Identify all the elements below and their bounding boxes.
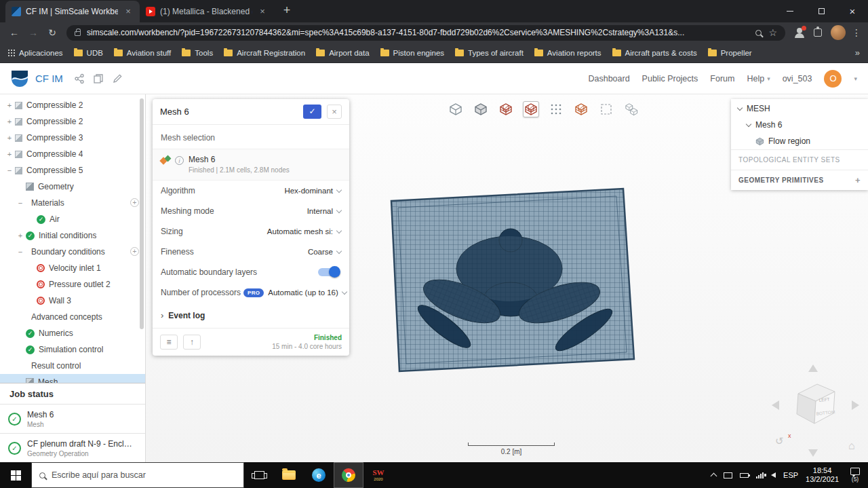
network-icon[interactable] xyxy=(756,472,764,478)
tree-item-pressure-outlet-2[interactable]: Pressure outlet 2 xyxy=(0,276,145,293)
tray-expand-icon[interactable] xyxy=(711,473,717,480)
bookmarks-overflow-icon[interactable] xyxy=(855,48,860,58)
mesh-pair-icon[interactable] xyxy=(623,101,639,117)
tree-item-compressible-2[interactable]: +Compressible 2 xyxy=(0,113,145,130)
taskbar-clock[interactable]: 18:54 13/2/2021 xyxy=(806,466,839,484)
orientation-cube[interactable]: LEFT BOTTOM xyxy=(789,376,842,429)
window-close-button[interactable] xyxy=(837,0,868,22)
action-center-button[interactable]: (5) xyxy=(846,468,864,483)
toggle-switch[interactable] xyxy=(318,268,338,276)
browser-avatar[interactable] xyxy=(831,25,846,40)
edge-button[interactable] xyxy=(304,462,334,488)
close-panel-button[interactable]: × xyxy=(327,105,342,119)
tab-close-icon[interactable]: × xyxy=(257,6,268,17)
mesh-block-icon[interactable] xyxy=(473,101,489,117)
tree-item-air[interactable]: ✓Air xyxy=(0,211,145,227)
mesh-3d-view[interactable] xyxy=(382,187,639,375)
window-minimize-button[interactable] xyxy=(774,0,806,22)
browser-tab[interactable]: CF IM | SimScale Workbench× xyxy=(5,1,140,22)
expander-icon[interactable]: + xyxy=(5,150,14,158)
address-bar[interactable]: simscale.com/workbench/?pid=196722673120… xyxy=(66,25,785,41)
forward-button[interactable] xyxy=(24,24,42,41)
mesh-grid-icon[interactable] xyxy=(498,101,514,117)
setting-select[interactable]: Automatic mesh si: xyxy=(267,227,341,236)
setting-select[interactable]: Internal xyxy=(307,207,341,215)
tree-item-numerics[interactable]: ✓Numerics xyxy=(0,325,145,341)
chevron-down-icon[interactable] xyxy=(737,105,743,110)
setting-select[interactable]: Coarse xyxy=(308,248,341,256)
bookmark-folder-propeller[interactable]: Propeller xyxy=(708,49,752,57)
nav-public-projects[interactable]: Public Projects xyxy=(642,74,698,83)
expander-icon[interactable]: − xyxy=(16,248,24,256)
section-topological-entity-sets[interactable]: TOPOLOGICAL ENTITY SETS xyxy=(731,149,868,170)
task-view-button[interactable] xyxy=(244,462,274,488)
node-dots-icon[interactable] xyxy=(548,101,564,117)
expander-icon[interactable]: − xyxy=(5,166,14,174)
tree-item-velocity-inlet-1[interactable]: Velocity inlet 1 xyxy=(0,260,145,276)
rotate-ccw-icon[interactable] xyxy=(775,435,784,447)
event-log-toggle[interactable]: Event log xyxy=(153,303,349,328)
tree-item-boundary-conditions[interactable]: −Boundary conditions+ xyxy=(0,244,145,260)
start-button[interactable] xyxy=(0,462,31,488)
volume-icon[interactable] xyxy=(771,472,776,478)
rotate-up-arrow[interactable] xyxy=(808,364,818,372)
mesh-selection-item[interactable]: Mesh 6 Finished | 2.1M cells, 2.8M nodes xyxy=(153,149,349,181)
browser-tab[interactable]: (1) Metallica - Blackened (Remixe× xyxy=(140,1,274,22)
search-input[interactable] xyxy=(52,470,236,480)
bookmark-folder-types-of-aircraft[interactable]: Types of aircraft xyxy=(455,49,524,57)
rotate-right-arrow[interactable] xyxy=(852,400,859,410)
edit-pencil-icon[interactable] xyxy=(112,73,123,84)
chevron-down-icon[interactable] xyxy=(746,121,751,126)
nav-forum[interactable]: Forum xyxy=(710,74,734,83)
mesh-grid-active-icon[interactable] xyxy=(523,101,539,117)
tree-item-advanced-concepts[interactable]: Advanced concepts xyxy=(0,309,145,325)
apps-shortcut[interactable]: Aplicaciones xyxy=(8,49,63,57)
bookmark-folder-aviation-stuff[interactable]: Aviation stuff xyxy=(114,49,171,57)
rotate-left-arrow[interactable] xyxy=(772,400,779,410)
expander-icon[interactable]: + xyxy=(16,231,24,240)
tree-item-mesh[interactable]: Mesh xyxy=(0,374,145,383)
log-list-button[interactable]: ≡ xyxy=(160,335,178,350)
add-button[interactable]: + xyxy=(130,198,139,207)
add-button[interactable]: + xyxy=(130,247,139,256)
reload-button[interactable] xyxy=(43,24,61,41)
nav-help[interactable]: Help xyxy=(747,74,770,83)
new-tab-button[interactable] xyxy=(278,2,296,20)
surface-mesh-icon[interactable] xyxy=(573,101,589,117)
tree-item-result-control[interactable]: Result control xyxy=(0,358,145,374)
bookmark-folder-udb[interactable]: UDB xyxy=(74,49,103,57)
upload-button[interactable]: ↑ xyxy=(183,335,201,350)
bookmark-folder-piston-engines[interactable]: Piston engines xyxy=(380,49,444,57)
tree-item-geometry[interactable]: Geometry xyxy=(0,179,145,195)
tree-item-compressible-4[interactable]: +Compressible 4 xyxy=(0,146,145,162)
battery-icon[interactable] xyxy=(740,473,749,478)
section-geometry-primitives[interactable]: GEOMETRY PRIMITIVES xyxy=(731,170,868,190)
info-icon[interactable] xyxy=(175,156,184,165)
bookmark-folder-aircraft-parts-costs[interactable]: Aircraft parts & costs xyxy=(612,49,697,57)
tree-item-wall-3[interactable]: Wall 3 xyxy=(0,293,145,309)
scene-item-mesh[interactable]: MESH xyxy=(731,100,868,117)
back-button[interactable] xyxy=(5,24,23,41)
job-entry-cf-plenum-draft-n-9-enclosu[interactable]: ✓CF plenum draft N-9 - Enclosu...Geometr… xyxy=(0,433,145,462)
setting-select[interactable]: Hex-dominant xyxy=(284,187,341,195)
language-indicator[interactable]: ESP xyxy=(783,471,798,479)
profile-notification-icon[interactable] xyxy=(793,26,806,39)
apply-button[interactable]: ✓ xyxy=(303,105,321,119)
expander-icon[interactable]: + xyxy=(5,117,14,126)
taskbar-search[interactable] xyxy=(31,462,244,488)
zoom-icon[interactable] xyxy=(755,30,762,36)
tree-scrollbar[interactable] xyxy=(140,98,144,329)
window-maximize-button[interactable] xyxy=(806,0,837,22)
tree-item-materials[interactable]: −Materials+ xyxy=(0,195,145,211)
tree-item-compressible-2[interactable]: +Compressible 2 xyxy=(0,97,145,113)
home-view-icon[interactable] xyxy=(848,440,855,452)
browser-menu-icon[interactable] xyxy=(850,27,863,38)
tree-item-initial-conditions[interactable]: +✓Initial conditions xyxy=(0,227,145,244)
tree-item-simulation-control[interactable]: ✓Simulation control xyxy=(0,341,145,358)
bookmark-folder-aviation-reports[interactable]: Aviation reports xyxy=(534,49,601,57)
box-select-icon[interactable] xyxy=(598,101,614,117)
bookmark-folder-airport-data[interactable]: Airport data xyxy=(316,49,369,57)
expander-icon[interactable]: + xyxy=(5,101,14,109)
copy-icon[interactable] xyxy=(93,73,104,84)
setting-select[interactable]: Automatic (up to 16) xyxy=(268,288,347,297)
